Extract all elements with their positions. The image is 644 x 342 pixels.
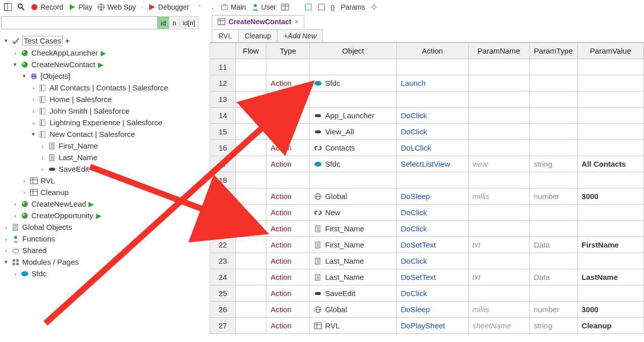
rvl-grid[interactable]: Flow Type Object Action ParamName ParamT… <box>210 42 644 334</box>
tree-item[interactable]: ›CreateOpportunity ▶ <box>1 210 210 221</box>
webspy-button[interactable]: Web Spy <box>97 3 136 11</box>
tree-item[interactable]: ›Home | Salesforce <box>1 93 210 105</box>
cell-type[interactable] <box>266 59 310 75</box>
cell-action[interactable]: DoSetText <box>396 269 468 285</box>
cell-object[interactable]: Sfdc <box>310 156 397 172</box>
cell-action[interactable] <box>396 59 468 75</box>
expand-icon[interactable]: › <box>3 248 9 254</box>
expand-icon[interactable]: › <box>39 166 45 172</box>
expand-icon[interactable]: › <box>12 201 18 207</box>
cell-paramvalue[interactable] <box>577 91 643 108</box>
cell-flow[interactable] <box>236 156 266 172</box>
col-flow[interactable]: Flow <box>236 43 266 59</box>
cell-object[interactable]: View_All <box>310 124 397 140</box>
cell-action[interactable]: DoClick <box>396 221 468 237</box>
cell-paramvalue[interactable]: 3000 <box>577 302 643 318</box>
settings-icon[interactable] <box>370 3 378 11</box>
cell-paramtype[interactable] <box>529 108 577 124</box>
cell-paramvalue[interactable]: Cleanup <box>577 318 643 334</box>
cell-paramtype[interactable]: number <box>529 302 577 318</box>
grid-row[interactable]: 20ActionNewDoClick <box>210 205 644 221</box>
cell-paramtype[interactable] <box>529 59 577 75</box>
cell-object[interactable]: First_Name <box>310 237 397 253</box>
tree-item[interactable]: ›RVL <box>1 175 210 186</box>
grid-row[interactable]: 26ActionGlobalDoSleepmillisnumber3000 <box>210 302 644 318</box>
grid-row[interactable]: 25ActionSaveEditDoClick <box>210 285 644 302</box>
grid-row[interactable]: 22ActionFirst_NameDoSetTexttxtDataFirstN… <box>210 237 644 253</box>
expand-icon[interactable]: › <box>39 143 45 149</box>
tree-item[interactable]: ›Sfdc <box>1 268 210 279</box>
tree-item[interactable]: ▾New Contact | Salesforce <box>1 128 210 140</box>
cell-paramtype[interactable] <box>529 221 577 237</box>
cell-paramvalue[interactable]: 3000 <box>577 188 643 205</box>
cell-type[interactable]: Action <box>266 302 310 318</box>
col-action[interactable]: Action <box>396 43 468 59</box>
play-icon[interactable]: ▶ <box>96 212 102 220</box>
cell-type[interactable]: Action <box>266 75 310 91</box>
cell-type[interactable]: Action <box>266 221 310 237</box>
play-icon[interactable]: ▶ <box>101 49 106 57</box>
cell-object[interactable]: Last_Name <box>310 269 397 285</box>
expand-icon[interactable]: › <box>21 189 27 196</box>
maint-icon-2[interactable] <box>317 3 326 11</box>
close-icon[interactable]: × <box>294 18 298 26</box>
tab-cleanup[interactable]: Cleanup <box>238 29 278 42</box>
grid-row[interactable]: 13 <box>210 91 644 108</box>
cell-paramname[interactable] <box>468 75 529 91</box>
expand-icon[interactable]: › <box>3 236 9 242</box>
cell-type[interactable]: Action <box>266 140 310 156</box>
cell-paramtype[interactable] <box>529 124 577 140</box>
cell-object[interactable]: App_Launcher <box>310 108 397 124</box>
cell-paramvalue[interactable] <box>577 172 643 188</box>
grid-row[interactable]: 15ActionView_AllDoClick <box>210 124 644 140</box>
cell-object[interactable] <box>310 91 397 108</box>
expand-icon[interactable]: ▾ <box>12 61 18 68</box>
tree-item[interactable]: ›Functions <box>1 233 210 245</box>
cell-action[interactable]: DoLClick <box>396 140 468 156</box>
cell-paramvalue[interactable]: FirstName <box>577 237 643 253</box>
cell-action[interactable]: DoSleep <box>396 188 468 205</box>
cell-paramname[interactable]: txt <box>468 269 529 285</box>
cell-object[interactable]: Last_Name <box>310 253 397 269</box>
cell-flow[interactable] <box>236 221 266 237</box>
filter-n[interactable]: n <box>169 16 179 29</box>
cell-type[interactable]: Action <box>266 156 310 172</box>
cell-type[interactable]: Action <box>266 205 310 221</box>
expand-icon[interactable]: › <box>30 120 36 126</box>
cell-type[interactable]: Action <box>266 237 310 253</box>
cell-object[interactable]: SaveEdit <box>310 285 397 302</box>
cell-flow[interactable] <box>236 140 266 156</box>
tree-item[interactable]: ▾[Objects] <box>1 70 210 82</box>
cell-type[interactable] <box>266 91 310 108</box>
cell-paramtype[interactable] <box>529 285 577 302</box>
cell-paramname[interactable]: millis <box>468 188 529 205</box>
cell-type[interactable]: Action <box>266 285 310 302</box>
grid-row[interactable]: 27ActionRVLDoPlaySheetsheetNamestringCle… <box>210 318 644 334</box>
grid-row[interactable]: 17ActionSfdcSelectListViewviewstringAll … <box>210 156 644 172</box>
cell-paramtype[interactable] <box>529 253 577 269</box>
tree-item[interactable]: ›John Smith | Salesforce <box>1 105 210 117</box>
cell-paramvalue[interactable] <box>577 124 643 140</box>
cell-paramname[interactable]: view <box>468 156 529 172</box>
play-icon[interactable]: ▶ <box>88 200 94 208</box>
table-icon[interactable] <box>281 3 289 11</box>
step-in-icon[interactable] <box>194 3 202 11</box>
search-icon[interactable] <box>17 3 25 11</box>
cell-action[interactable]: DoSetText <box>396 237 468 253</box>
expand-icon[interactable]: ▾ <box>30 131 36 137</box>
debugger-button[interactable]: Debugger <box>148 3 190 11</box>
cell-paramvalue[interactable] <box>577 75 643 91</box>
tree-item[interactable]: ›Last_Name <box>1 152 210 163</box>
cell-paramname[interactable] <box>468 91 529 108</box>
cell-action[interactable]: DoClick <box>396 205 468 221</box>
grid-row[interactable]: 11 <box>210 59 644 75</box>
col-paramvalue[interactable]: ParamValue <box>577 43 643 59</box>
cell-flow[interactable] <box>236 59 266 75</box>
tree-item[interactable]: ›Shared <box>1 245 210 256</box>
cell-paramvalue[interactable] <box>577 205 643 221</box>
expand-icon[interactable]: ▾ <box>3 37 9 44</box>
cell-paramname[interactable] <box>468 108 529 124</box>
expand-icon[interactable]: › <box>3 224 9 230</box>
cell-object[interactable] <box>310 59 397 75</box>
user-button[interactable]: User <box>251 3 277 11</box>
